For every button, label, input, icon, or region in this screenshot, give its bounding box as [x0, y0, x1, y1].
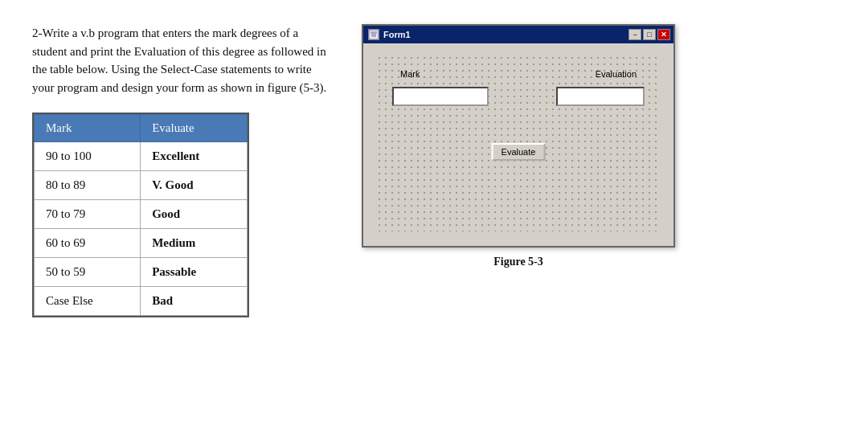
table-row: Case ElseBad [35, 287, 248, 316]
table-row: 60 to 69Medium [35, 229, 248, 258]
table-cell-mark: Case Else [35, 287, 141, 316]
svg-rect-1 [371, 31, 377, 34]
vb-title-left: Form1 [368, 29, 411, 40]
vb-close-btn[interactable]: ✕ [657, 29, 670, 40]
table-cell-mark: 60 to 69 [35, 229, 141, 258]
vb-window-controls: − □ ✕ [628, 29, 670, 40]
right-section: Form1 − □ ✕ Mark Evaluation [362, 24, 675, 268]
left-section: 2-Write a v.b program that enters the ma… [32, 24, 330, 317]
figure-caption: Figure 5-3 [493, 256, 543, 268]
desc-line2: student and print the Evaluation of this… [32, 45, 326, 58]
description-text: 2-Write a v.b program that enters the ma… [32, 24, 330, 96]
col-header-mark: Mark [35, 115, 141, 142]
col-header-evaluate: Evaluate [141, 115, 248, 142]
table-row: 70 to 79Good [35, 200, 248, 229]
table-cell-mark: 50 to 59 [35, 258, 141, 287]
vb-window-icon [368, 29, 379, 40]
table-cell-mark: 80 to 89 [35, 171, 141, 200]
desc-line1: 2-Write a v.b program that enters the ma… [32, 27, 298, 39]
desc-line3: the table below. Using the Select-Case s… [32, 63, 312, 76]
table-row: 90 to 100Excellent [35, 142, 248, 171]
vb-title-text: Form1 [383, 30, 411, 39]
vb-evaluate-button[interactable]: Evaluate [492, 143, 546, 161]
vb-mark-label: Mark [400, 69, 420, 79]
table-row: 80 to 89V. Good [35, 171, 248, 200]
table-cell-evaluate: Good [141, 200, 248, 229]
vb-form-body: Mark Evaluation Evaluate [363, 43, 674, 246]
table-cell-evaluate: V. Good [141, 171, 248, 200]
table-cell-evaluate: Excellent [141, 142, 248, 171]
vb-form-window: Form1 − □ ✕ Mark Evaluation [362, 24, 675, 248]
vb-title-bar: Form1 − □ ✕ [363, 26, 674, 43]
vb-maximize-btn[interactable]: □ [643, 29, 656, 40]
mark-table: Mark Evaluate 90 to 100Excellent80 to 89… [34, 114, 248, 316]
table-cell-evaluate: Bad [141, 287, 248, 316]
vb-evaluation-input[interactable] [556, 87, 645, 106]
mark-table-container: Mark Evaluate 90 to 100Excellent80 to 89… [32, 113, 249, 317]
desc-line4: your program and design your form as sho… [32, 81, 326, 94]
page: 2-Write a v.b program that enters the ma… [0, 0, 868, 442]
table-cell-mark: 90 to 100 [35, 142, 141, 171]
table-cell-evaluate: Medium [141, 229, 248, 258]
vb-minimize-btn[interactable]: − [628, 29, 641, 40]
table-cell-evaluate: Passable [141, 258, 248, 287]
vb-mark-input[interactable] [392, 87, 489, 106]
vb-form-area: Mark Evaluation Evaluate [376, 55, 661, 231]
table-row: 50 to 59Passable [35, 258, 248, 287]
vb-evaluation-label: Evaluation [596, 69, 637, 79]
table-cell-mark: 70 to 79 [35, 200, 141, 229]
